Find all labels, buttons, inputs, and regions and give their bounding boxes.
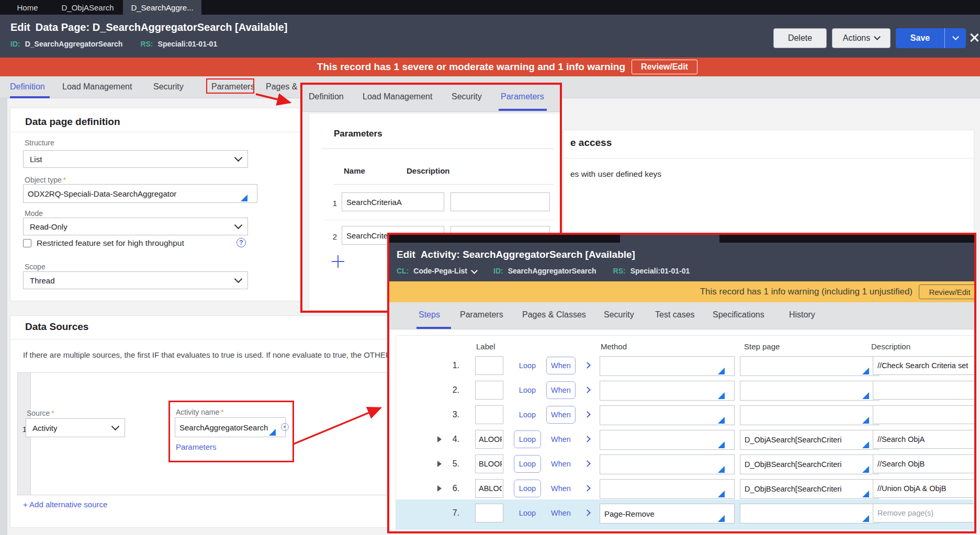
step-page-input[interactable]: [740, 356, 879, 376]
overlay-tab-parameters[interactable]: Parameters: [501, 92, 544, 101]
parameter-row-number: 2: [330, 232, 337, 241]
object-type-input[interactable]: [23, 184, 257, 203]
chevron-down-icon[interactable]: [471, 267, 478, 274]
step-label-input[interactable]: [475, 504, 503, 522]
review-edit-button[interactable]: Review/Edit: [632, 60, 697, 74]
tab-history[interactable]: History: [789, 310, 815, 320]
restricted-feature-label: Restricted feature set for high throughp…: [37, 238, 184, 248]
tab-specifications[interactable]: Specifications: [713, 310, 764, 320]
smartprompt-corner-icon: [718, 392, 725, 399]
step-method-input[interactable]: [600, 430, 735, 450]
tab-test-cases[interactable]: Test cases: [655, 310, 695, 320]
tab-pages-classes[interactable]: Pages & Classes: [522, 310, 586, 320]
step-description-input[interactable]: [873, 454, 976, 473]
step-description-input[interactable]: [873, 479, 976, 498]
loop-button[interactable]: Loop: [514, 455, 541, 473]
activity-parameters-link[interactable]: Parameters: [176, 442, 217, 451]
step-page-input[interactable]: [740, 479, 879, 499]
when-button[interactable]: When: [546, 357, 576, 374]
step-page-input[interactable]: [740, 430, 879, 450]
close-icon[interactable]: [969, 32, 979, 43]
step-method-input[interactable]: [600, 479, 735, 499]
window-tab-home[interactable]: Home: [5, 0, 50, 15]
help-icon[interactable]: [236, 238, 246, 247]
step-description-input[interactable]: [873, 430, 976, 449]
open-activity-target-icon[interactable]: [281, 423, 289, 431]
expand-row-caret-icon[interactable]: [437, 461, 442, 467]
save-dropdown-button[interactable]: [944, 28, 966, 48]
parameter-name-input[interactable]: [342, 192, 444, 211]
rs-value: Speciali:01-01-01: [158, 40, 218, 48]
divider: [563, 158, 974, 158]
tab-definition[interactable]: Definition: [10, 82, 45, 92]
when-link[interactable]: When: [546, 504, 576, 522]
expand-row-caret-icon[interactable]: [437, 485, 442, 492]
step-method-input[interactable]: [600, 381, 735, 401]
tab-security[interactable]: Security: [604, 310, 634, 320]
step-page-wrap: [740, 430, 870, 449]
step-description-input[interactable]: [873, 504, 976, 522]
step-label-input[interactable]: [475, 405, 503, 424]
delete-button[interactable]: Delete: [773, 28, 827, 48]
step-number: 7.: [442, 508, 459, 518]
step-description-input[interactable]: [873, 381, 976, 400]
window-tab-dsearchaggre-active[interactable]: D_SearchAggre...: [123, 0, 201, 15]
step-label-input[interactable]: [475, 356, 503, 375]
tab-parameters[interactable]: Parameters: [211, 82, 255, 92]
parameter-description-input[interactable]: [450, 192, 550, 211]
add-alternative-source-link[interactable]: + Add alternative source: [23, 500, 107, 509]
add-parameter-icon[interactable]: [332, 255, 344, 268]
step-page-input[interactable]: [740, 405, 879, 425]
when-button[interactable]: When: [546, 381, 576, 399]
step-number: 3.: [442, 410, 459, 419]
step-description-input[interactable]: [873, 405, 976, 424]
step-page-input[interactable]: [740, 504, 879, 523]
loop-link[interactable]: Loop: [514, 357, 541, 374]
source-select[interactable]: Activity: [26, 418, 125, 437]
step-label-input[interactable]: [475, 479, 503, 498]
expand-row-caret-icon[interactable]: [437, 436, 442, 442]
overlay-tab-load-management[interactable]: Load Management: [363, 92, 432, 101]
step-method-input[interactable]: [600, 405, 735, 425]
chevron-down-icon: [234, 221, 243, 230]
step-method-input[interactable]: [600, 356, 735, 376]
id-value: SearchAggregatorSearch: [508, 267, 596, 275]
loop-link[interactable]: Loop: [514, 406, 541, 424]
step-method-input[interactable]: [600, 504, 735, 523]
loop-link[interactable]: Loop: [514, 381, 541, 399]
tab-security[interactable]: Security: [153, 82, 184, 92]
step-description-input[interactable]: [873, 356, 976, 375]
smartprompt-corner-icon: [718, 441, 725, 448]
save-split-button[interactable]: Save: [896, 28, 966, 48]
activity-overlay: Edit Activity: SearchAggregatorSearch [A…: [387, 233, 976, 533]
when-link[interactable]: When: [546, 430, 576, 448]
divider: [334, 184, 554, 185]
overlay-tab-security[interactable]: Security: [452, 92, 482, 101]
step-label-input[interactable]: [475, 454, 503, 473]
step-label-input[interactable]: [475, 381, 503, 400]
save-button[interactable]: Save: [896, 28, 944, 48]
actions-button[interactable]: Actions: [832, 28, 891, 48]
review-edit-button[interactable]: Review/Edit: [919, 284, 976, 299]
loop-link[interactable]: Loop: [514, 504, 541, 522]
window-tab-dobjasearch[interactable]: D_ObjASearch: [50, 0, 126, 15]
when-link[interactable]: When: [546, 455, 576, 473]
overlay-tab-definition[interactable]: Definition: [309, 92, 344, 101]
step-label-input[interactable]: [475, 430, 503, 449]
step-method-input[interactable]: [600, 454, 735, 474]
tab-parameters[interactable]: Parameters: [460, 310, 503, 320]
loop-button[interactable]: Loop: [514, 430, 541, 448]
info-warning-text: This record has 1 info warning (includin…: [389, 281, 913, 302]
mode-select[interactable]: Read-Only: [23, 218, 248, 235]
scope-select[interactable]: Thread: [23, 271, 248, 289]
when-button[interactable]: When: [546, 406, 576, 424]
step-page-input[interactable]: [740, 454, 879, 474]
loop-button[interactable]: Loop: [514, 480, 541, 497]
restricted-feature-checkbox[interactable]: [23, 239, 31, 247]
tab-steps[interactable]: Steps: [419, 310, 440, 320]
rule-keys: ID: D_SearchAggregatorSearch RS: Special…: [10, 40, 217, 48]
tab-load-management[interactable]: Load Management: [62, 82, 132, 92]
step-page-input[interactable]: [740, 381, 879, 401]
when-link[interactable]: When: [546, 480, 576, 497]
structure-select[interactable]: List: [23, 150, 248, 168]
